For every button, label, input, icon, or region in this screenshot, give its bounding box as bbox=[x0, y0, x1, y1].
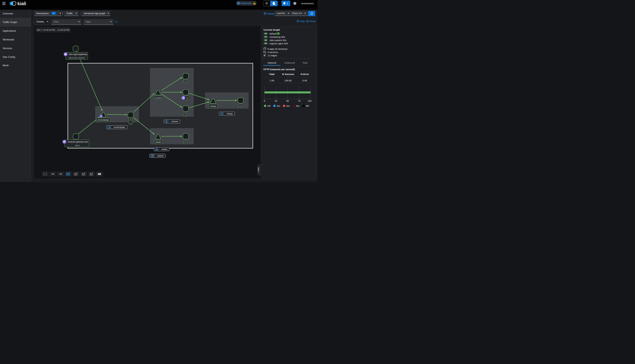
svg-text:monitoring N/A: monitoring N/A bbox=[269, 36, 285, 38]
svg-text:NS: NS bbox=[264, 39, 267, 41]
svg-text:ingress-nginx N/A: ingress-nginx N/A bbox=[269, 42, 288, 45]
svg-text:NR: NR bbox=[306, 104, 309, 107]
svg-text:latest:(istio-system): latest:(istio-system) bbox=[69, 57, 85, 59]
svg-text:100: 100 bbox=[307, 100, 311, 102]
svg-text:0: 0 bbox=[264, 100, 265, 102]
svg-text:productpage: productpage bbox=[98, 119, 109, 121]
svg-text:ratings: ratings bbox=[227, 112, 233, 115]
svg-text:kiali: kiali bbox=[18, 1, 26, 6]
svg-text:v3: v3 bbox=[185, 114, 187, 116]
svg-text:OK: OK bbox=[267, 104, 271, 107]
svg-text:productpage: productpage bbox=[114, 126, 125, 128]
svg-text:75: 75 bbox=[298, 100, 300, 102]
svg-text:4xx: 4xx bbox=[286, 104, 290, 107]
svg-text:details: details bbox=[161, 148, 167, 150]
svg-text:50: 50 bbox=[286, 100, 289, 102]
svg-text:A: A bbox=[166, 120, 167, 122]
svg-text:reviews: reviews bbox=[155, 96, 162, 99]
svg-text:3xx: 3xx bbox=[276, 104, 280, 107]
svg-text:4 services: 4 services bbox=[267, 51, 278, 54]
svg-text:v1: v1 bbox=[130, 119, 132, 121]
svg-text:A: A bbox=[221, 112, 222, 114]
svg-text:5xx: 5xx bbox=[296, 104, 300, 107]
svg-text:NS: NS bbox=[151, 155, 154, 157]
svg-text:latest: latest bbox=[75, 144, 80, 146]
svg-text:v1: v1 bbox=[185, 141, 187, 143]
svg-text:details: details bbox=[155, 141, 161, 143]
svg-text:bookinfo-gateway-istio: bookinfo-gateway-istio bbox=[68, 140, 88, 143]
svg-text:NS: NS bbox=[264, 42, 267, 44]
svg-text:NS: NS bbox=[264, 36, 267, 38]
svg-text:istio-ingressgateway: istio-ingressgateway bbox=[69, 53, 87, 56]
svg-text:12 edges: 12 edges bbox=[267, 54, 277, 57]
svg-text:v1: v1 bbox=[239, 105, 242, 107]
svg-text:istio-system N/A: istio-system N/A bbox=[269, 39, 286, 42]
svg-text:v1: v1 bbox=[184, 80, 187, 83]
svg-text:A: A bbox=[109, 126, 110, 128]
svg-text:default: default bbox=[157, 154, 163, 157]
svg-text:ratings: ratings bbox=[210, 105, 216, 107]
svg-text:v1: v1 bbox=[130, 122, 131, 124]
svg-text:6 apps (8 versions): 6 apps (8 versions) bbox=[267, 48, 287, 50]
svg-text:default: default bbox=[269, 32, 277, 35]
svg-text:reviews: reviews bbox=[171, 120, 178, 122]
svg-text:A: A bbox=[156, 148, 157, 150]
svg-text:25: 25 bbox=[275, 100, 277, 102]
svg-text:?: ? bbox=[297, 20, 298, 22]
svg-text:v2: v2 bbox=[186, 96, 188, 99]
svg-text:NS: NS bbox=[264, 33, 267, 34]
